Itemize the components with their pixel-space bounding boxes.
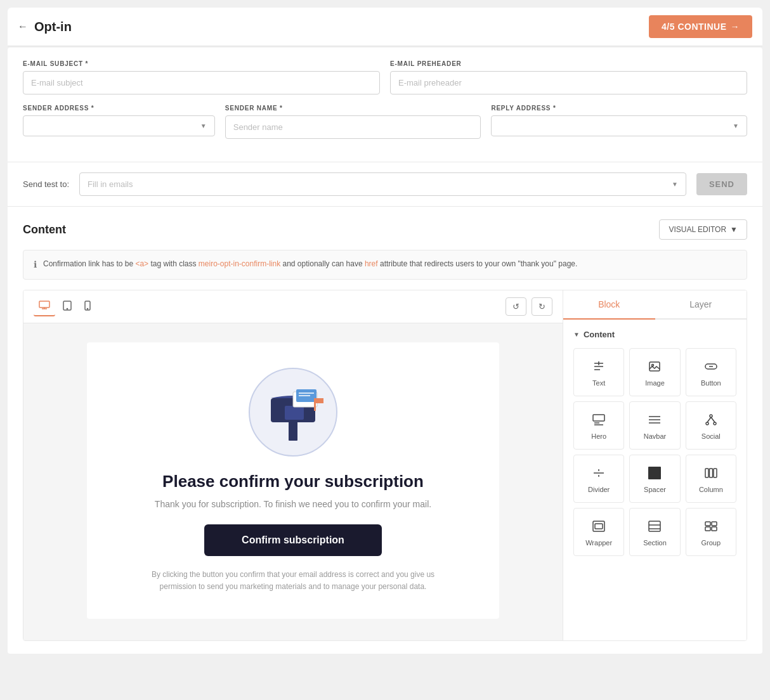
svg-point-29 <box>710 415 712 417</box>
email-headline: Please confirm your subscription <box>106 472 480 491</box>
svg-rect-14 <box>314 398 316 411</box>
reply-address-dropdown[interactable]: ▼ <box>491 115 747 136</box>
block-image-label: Image <box>645 379 665 387</box>
block-spacer[interactable]: Spacer <box>629 455 680 503</box>
column-block-icon <box>702 464 720 482</box>
block-column[interactable]: Column <box>686 455 736 503</box>
block-navbar[interactable]: Navbar <box>629 401 680 450</box>
svg-rect-48 <box>712 527 717 531</box>
send-test-placeholder: Fill in emails <box>88 179 133 189</box>
view-desktop-button[interactable] <box>34 297 55 316</box>
block-section[interactable]: Section <box>629 508 680 556</box>
email-preheader-label: E-MAIL PREHEADER <box>390 60 747 67</box>
content-title: Content <box>23 223 66 237</box>
block-social[interactable]: Social <box>686 401 736 450</box>
block-spacer-label: Spacer <box>644 486 666 493</box>
email-subtext: Thank you for subscription. To finish we… <box>106 499 480 509</box>
sender-address-arrow: ▼ <box>200 122 207 129</box>
sender-name-input[interactable] <box>225 115 481 139</box>
desktop-icon <box>39 301 50 309</box>
section-arrow-icon: ▼ <box>573 331 580 338</box>
sender-name-label: SENDER NAME * <box>225 105 481 112</box>
block-column-label: Column <box>699 486 723 493</box>
svg-rect-45 <box>705 522 710 526</box>
svg-point-31 <box>714 422 716 425</box>
svg-rect-19 <box>649 362 660 371</box>
button-block-icon <box>702 358 720 375</box>
svg-line-33 <box>711 417 715 422</box>
block-button-label: Button <box>701 379 721 387</box>
tablet-icon <box>63 301 72 311</box>
svg-line-32 <box>707 417 711 422</box>
back-button[interactable]: ← <box>18 21 28 32</box>
continue-button[interactable]: 4/5 CONTINUE <box>649 15 752 38</box>
spacer-block-icon <box>646 464 663 482</box>
email-disclaimer: By clicking the button you confirm that … <box>141 569 445 593</box>
sender-address-label: SENDER ADDRESS * <box>23 105 215 112</box>
mobile-icon <box>84 301 91 311</box>
send-button[interactable]: SEND <box>696 173 747 195</box>
svg-rect-38 <box>709 469 712 477</box>
block-wrapper-label: Wrapper <box>585 539 612 547</box>
svg-rect-9 <box>285 406 304 420</box>
svg-rect-15 <box>316 398 323 403</box>
block-button[interactable]: Button <box>686 348 736 396</box>
blocks-grid: Text Image <box>573 348 736 556</box>
block-group-label: Group <box>701 539 721 547</box>
hero-block-icon <box>590 411 608 429</box>
sender-address-dropdown[interactable]: ▼ <box>23 115 215 136</box>
block-hero[interactable]: Hero <box>573 401 624 450</box>
wrapper-block-icon <box>590 517 608 535</box>
block-social-label: Social <box>701 432 721 440</box>
svg-rect-37 <box>705 469 708 477</box>
block-hero-label: Hero <box>591 432 606 440</box>
info-icon: ℹ <box>34 258 37 271</box>
block-group[interactable]: Group <box>686 508 736 556</box>
svg-rect-41 <box>595 524 603 529</box>
undo-button[interactable]: ↺ <box>506 297 526 316</box>
email-subject-input[interactable] <box>23 71 380 94</box>
reply-address-arrow: ▼ <box>733 122 739 129</box>
svg-rect-47 <box>705 527 710 531</box>
block-section-label: Section <box>643 539 667 547</box>
navbar-block-icon <box>646 411 663 429</box>
view-mobile-button[interactable] <box>79 297 96 316</box>
svg-point-4 <box>67 308 67 309</box>
section-block-icon <box>646 517 663 535</box>
tab-block[interactable]: Block <box>563 290 655 320</box>
svg-rect-23 <box>593 415 604 421</box>
view-tablet-button[interactable] <box>58 297 77 316</box>
email-preheader-input[interactable] <box>390 71 747 94</box>
confirm-subscription-button[interactable]: Confirm subscription <box>204 524 382 556</box>
svg-rect-39 <box>714 469 717 477</box>
svg-point-6 <box>87 308 88 309</box>
email-subject-label: E-MAIL SUBJECT * <box>23 60 380 67</box>
block-divider-label: Divider <box>588 486 610 493</box>
text-block-icon <box>590 358 608 375</box>
visual-editor-button[interactable]: VISUAL EDITOR ▼ <box>659 219 747 240</box>
svg-rect-42 <box>649 521 660 531</box>
redo-button[interactable]: ↻ <box>532 297 552 316</box>
group-block-icon <box>702 517 720 535</box>
block-text-label: Text <box>592 379 605 387</box>
block-divider[interactable]: Divider <box>573 455 624 503</box>
block-wrapper[interactable]: Wrapper <box>573 508 624 556</box>
social-block-icon <box>702 411 720 429</box>
reply-address-label: REPLY ADDRESS * <box>491 105 747 112</box>
info-text: Confirmation link has to be <a> tag with… <box>43 258 577 269</box>
visual-editor-dropdown-arrow: ▼ <box>730 225 738 234</box>
panel-section-label: Content <box>584 330 615 339</box>
svg-rect-46 <box>712 522 717 526</box>
send-test-input[interactable]: Fill in emails ▼ <box>79 172 686 196</box>
block-text[interactable]: Text <box>573 348 624 396</box>
block-navbar-label: Navbar <box>644 432 666 440</box>
svg-point-30 <box>706 422 708 425</box>
svg-rect-0 <box>39 301 49 308</box>
image-block-icon <box>646 358 663 375</box>
page-title: Opt-in <box>34 20 72 34</box>
tab-layer[interactable]: Layer <box>655 290 747 320</box>
block-image[interactable]: Image <box>629 348 680 396</box>
divider-block-icon <box>590 464 608 482</box>
mailbox-illustration <box>106 368 480 457</box>
send-test-label: Send test to: <box>23 179 69 189</box>
